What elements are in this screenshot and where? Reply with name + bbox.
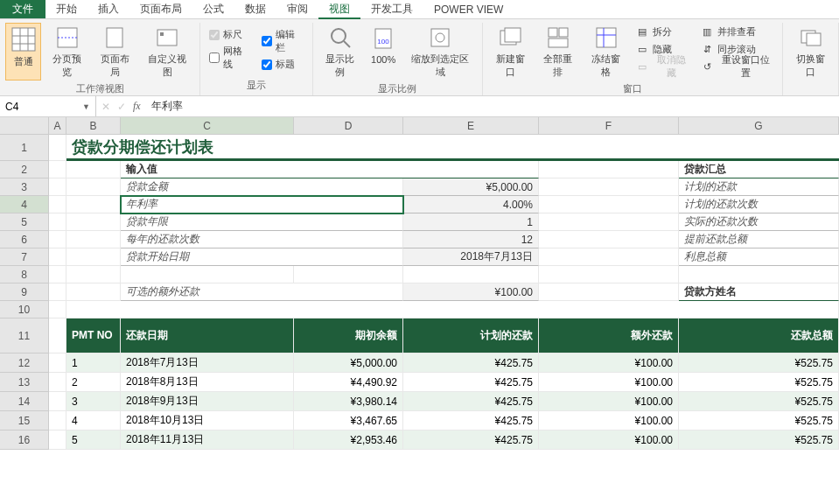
td-plan[interactable]: ¥425.75 <box>403 430 539 450</box>
row-header-2[interactable]: 2 <box>0 161 49 178</box>
input-label[interactable]: 贷款开始日期 <box>121 248 403 266</box>
tab-developer[interactable]: 开发工具 <box>360 0 423 18</box>
cancel-icon[interactable]: ✕ <box>101 101 110 113</box>
row-header-10[interactable]: 10 <box>0 301 49 318</box>
freeze-panes-button[interactable]: 冻结窗格 <box>584 23 628 80</box>
input-label[interactable]: 每年的还款次数 <box>121 231 403 248</box>
tab-power-view[interactable]: POWER VIEW <box>423 0 514 18</box>
arrange-all-button[interactable]: 全部重排 <box>535 23 580 80</box>
cell[interactable] <box>49 411 66 430</box>
td-balance[interactable]: ¥4,490.92 <box>294 373 403 392</box>
td-extra[interactable]: ¥100.00 <box>539 392 679 411</box>
cell[interactable] <box>539 248 679 266</box>
col-header-A[interactable]: A <box>49 117 66 135</box>
col-header-F[interactable]: F <box>539 117 679 135</box>
row-header-15[interactable]: 15 <box>0 411 49 430</box>
cell[interactable] <box>49 284 66 301</box>
row-header-6[interactable]: 6 <box>0 231 49 248</box>
summary-label[interactable]: 计划的还款 <box>679 178 839 196</box>
cell[interactable] <box>49 196 66 214</box>
optional-label[interactable]: 可选的额外还款 <box>121 284 403 301</box>
chk-gridlines[interactable]: 网格线 <box>206 43 255 73</box>
summary-header[interactable]: 贷款汇总 <box>679 161 839 178</box>
summary-label[interactable]: 实际的还款次数 <box>679 214 839 231</box>
th-pmt-no[interactable]: PMT NO <box>66 318 121 354</box>
new-window-button[interactable]: 新建窗口 <box>488 23 533 80</box>
input-value[interactable]: ¥5,000.00 <box>403 178 539 196</box>
td-plan[interactable]: ¥425.75 <box>403 354 539 373</box>
cell[interactable] <box>49 392 66 411</box>
cell[interactable] <box>539 196 679 214</box>
td-extra[interactable]: ¥100.00 <box>539 411 679 430</box>
td-extra[interactable]: ¥100.00 <box>539 354 679 373</box>
tab-insert[interactable]: 插入 <box>87 0 129 18</box>
zoom-100-button[interactable]: 100 100% <box>366 23 401 80</box>
chk-headings[interactable]: 标题 <box>258 56 307 73</box>
cell[interactable] <box>539 214 679 231</box>
td-extra[interactable]: ¥100.00 <box>539 430 679 450</box>
th-plan[interactable]: 计划的还款 <box>403 318 539 354</box>
cell[interactable] <box>66 266 121 284</box>
cell[interactable] <box>66 196 121 214</box>
td-date[interactable]: 2018年8月13日 <box>121 373 294 392</box>
row-header-14[interactable]: 14 <box>0 392 49 411</box>
select-all-corner[interactable] <box>0 117 49 135</box>
td-date[interactable]: 2018年7月13日 <box>121 354 294 373</box>
td-plan[interactable]: ¥425.75 <box>403 392 539 411</box>
summary-label[interactable]: 利息总额 <box>679 248 839 266</box>
cell[interactable] <box>66 284 121 301</box>
tab-home[interactable]: 开始 <box>45 0 87 18</box>
col-header-B[interactable]: B <box>66 117 121 135</box>
view-page-layout-button[interactable]: 页面布局 <box>93 23 137 80</box>
cell[interactable] <box>49 266 66 284</box>
cell[interactable] <box>294 266 403 284</box>
input-value[interactable]: 12 <box>403 231 539 248</box>
tab-view[interactable]: 视图 <box>318 0 360 19</box>
row-header-1[interactable]: 1 <box>0 135 49 161</box>
cell[interactable] <box>66 178 121 196</box>
chk-formula-bar[interactable]: 编辑栏 <box>258 26 307 56</box>
view-custom-button[interactable]: 自定义视图 <box>141 23 194 80</box>
cell[interactable] <box>49 231 66 248</box>
confirm-icon[interactable]: ✓ <box>117 101 126 113</box>
row-header-13[interactable]: 13 <box>0 373 49 392</box>
td-date[interactable]: 2018年11月13日 <box>121 430 294 450</box>
td-pmt-no[interactable]: 1 <box>66 354 121 373</box>
split-button[interactable]: ▤拆分 <box>632 23 693 40</box>
td-date[interactable]: 2018年10月13日 <box>121 411 294 430</box>
cell[interactable] <box>49 318 66 354</box>
td-extra[interactable]: ¥100.00 <box>539 373 679 392</box>
view-pagebreak-button[interactable]: 分页预览 <box>45 23 89 80</box>
td-pmt-no[interactable]: 5 <box>66 430 121 450</box>
zoom-button[interactable]: 显示比例 <box>318 23 363 80</box>
side-by-side-button[interactable]: ▥并排查看 <box>696 23 777 40</box>
col-header-E[interactable]: E <box>403 117 539 135</box>
td-balance[interactable]: ¥3,980.14 <box>294 392 403 411</box>
formula-input[interactable]: 年利率 <box>146 99 839 114</box>
optional-value[interactable]: ¥100.00 <box>403 284 539 301</box>
unhide-button[interactable]: ▭取消隐藏 <box>632 58 693 75</box>
col-header-D[interactable]: D <box>294 117 403 135</box>
tab-page-layout[interactable]: 页面布局 <box>129 0 192 18</box>
td-total[interactable]: ¥525.75 <box>679 373 839 392</box>
row-header-4[interactable]: 4 <box>0 196 49 214</box>
row-header-3[interactable]: 3 <box>0 178 49 196</box>
tab-formulas[interactable]: 公式 <box>192 0 234 18</box>
cell[interactable] <box>66 248 121 266</box>
cell[interactable] <box>66 231 121 248</box>
td-pmt-no[interactable]: 4 <box>66 411 121 430</box>
cell[interactable] <box>66 214 121 231</box>
td-total[interactable]: ¥525.75 <box>679 392 839 411</box>
th-balance[interactable]: 期初余额 <box>294 318 403 354</box>
cell[interactable] <box>539 161 679 178</box>
cell[interactable] <box>539 231 679 248</box>
col-header-C[interactable]: C <box>121 117 294 135</box>
fx-icon[interactable]: fx <box>133 100 141 113</box>
cell[interactable] <box>403 266 539 284</box>
cell[interactable] <box>49 430 66 450</box>
cell[interactable] <box>49 301 66 318</box>
cell[interactable] <box>66 161 121 178</box>
tab-review[interactable]: 审阅 <box>276 0 318 18</box>
cell[interactable] <box>539 266 679 284</box>
row-header-8[interactable]: 8 <box>0 266 49 284</box>
